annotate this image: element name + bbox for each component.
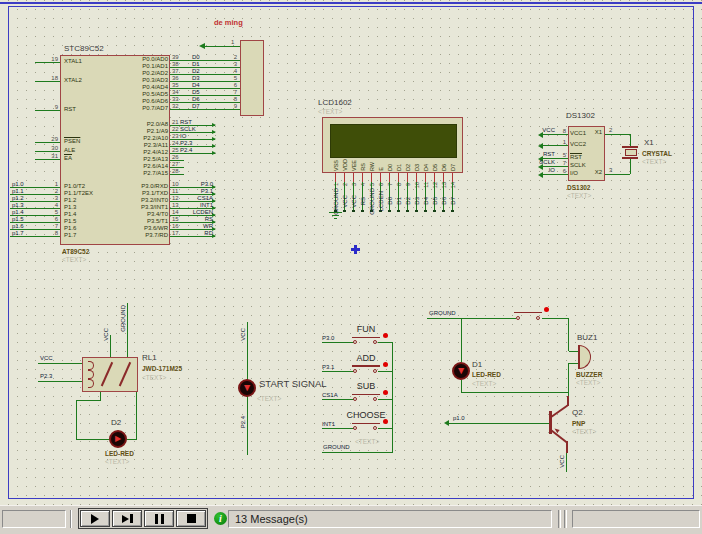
wire[interactable] <box>38 363 82 364</box>
wire[interactable] <box>322 428 354 429</box>
push-button-icon[interactable] <box>352 423 380 425</box>
wire[interactable] <box>170 236 215 237</box>
mcu-pin-row[interactable]: P3.7/RD 17 RD <box>60 234 275 241</box>
wire[interactable] <box>566 441 568 453</box>
lcd-pin-column[interactable]: 9 D2 <box>403 173 412 219</box>
header-connector-body[interactable] <box>240 40 264 116</box>
wire[interactable] <box>378 342 392 343</box>
lcd-pin-column[interactable]: 14 D7 <box>448 173 457 219</box>
wire[interactable] <box>35 142 60 143</box>
lcd-pin-column[interactable]: 7 D0 <box>385 173 394 219</box>
wire[interactable] <box>136 392 137 439</box>
led-d1[interactable]: ▶ <box>452 362 470 380</box>
lcd-pin-column[interactable]: 10 D3 <box>412 173 421 219</box>
info-icon[interactable]: i <box>214 512 227 525</box>
wire[interactable] <box>605 134 630 135</box>
ground-symbol <box>329 212 342 213</box>
push-button-icon[interactable] <box>352 365 380 367</box>
lcd-pin-column[interactable]: 5 GROUND <box>367 173 376 219</box>
pin-number: 3 <box>234 61 237 67</box>
wire[interactable] <box>322 399 354 400</box>
wire[interactable] <box>204 46 240 47</box>
lcd-pin-column[interactable]: 3 VCC <box>349 173 358 219</box>
wire[interactable] <box>542 318 568 319</box>
wire[interactable] <box>427 318 516 319</box>
rtc-pin-row[interactable]: IO6I/O <box>538 172 605 180</box>
wire[interactable] <box>378 399 392 400</box>
wire[interactable] <box>127 303 128 357</box>
push-button-icon[interactable] <box>352 394 380 396</box>
wire[interactable] <box>38 381 82 382</box>
led-d1-text-placeholder: <TEXT> <box>472 380 496 387</box>
lcd-pin-column[interactable]: 11 D4 <box>421 173 430 219</box>
connector-pin-row[interactable]: 9 <box>226 106 238 113</box>
wire[interactable] <box>461 318 462 362</box>
wire[interactable] <box>378 371 392 372</box>
wire[interactable] <box>568 318 569 351</box>
pin-label: P3.2/INT0 <box>141 197 168 203</box>
crystal-x1[interactable] <box>625 149 637 156</box>
wire[interactable] <box>322 452 392 453</box>
wire[interactable] <box>127 439 137 440</box>
net-label: SCLK <box>539 159 555 165</box>
net-label: LCDEN <box>376 186 385 216</box>
lcd-pin-column[interactable]: 8 D1 <box>394 173 403 219</box>
button-actuator-dot[interactable] <box>383 333 388 338</box>
pause-button[interactable] <box>144 510 174 527</box>
wire[interactable] <box>392 342 393 453</box>
wire[interactable] <box>542 166 568 167</box>
status-bar: i 13 Message(s) <box>0 505 702 534</box>
wire[interactable] <box>569 363 578 364</box>
pin-number: 18 <box>51 75 58 81</box>
mcu-pin-row[interactable]: P2.7/A15 28 <box>60 172 275 179</box>
lcd-pin-column[interactable]: 6 LCDEN <box>376 173 385 219</box>
wire[interactable] <box>605 174 630 175</box>
wire[interactable] <box>35 110 60 111</box>
wire[interactable] <box>567 396 569 406</box>
message-panel[interactable]: 13 Message(s) <box>228 510 552 528</box>
wire[interactable] <box>35 159 60 160</box>
wire[interactable] <box>566 453 567 472</box>
wire[interactable] <box>378 428 392 429</box>
header-connector-pins: 2 3 4 5 6 <box>226 57 238 113</box>
wire[interactable] <box>170 174 184 175</box>
lcd-pin-column[interactable]: 4 RS <box>358 173 367 219</box>
wire[interactable] <box>569 351 578 352</box>
wire[interactable] <box>630 159 631 174</box>
lcd-pin-column[interactable]: 13 D6 <box>439 173 448 219</box>
wire[interactable] <box>76 400 101 401</box>
stop-button[interactable] <box>176 510 206 527</box>
wire[interactable] <box>448 423 549 424</box>
net-label: D1 <box>394 186 403 216</box>
wire[interactable] <box>322 371 354 372</box>
wire[interactable] <box>35 62 60 63</box>
wire[interactable] <box>35 81 60 82</box>
button-label: ADD <box>344 353 388 363</box>
wire[interactable] <box>461 392 568 393</box>
wire[interactable] <box>322 342 354 343</box>
wire[interactable] <box>76 439 109 440</box>
wire[interactable] <box>10 236 60 237</box>
button-actuator-dot[interactable] <box>544 307 549 312</box>
wire[interactable] <box>110 335 111 357</box>
button-actuator-dot[interactable] <box>383 362 388 367</box>
step-button[interactable] <box>112 510 142 527</box>
wire[interactable] <box>542 134 568 135</box>
net-label: GROUND <box>367 186 376 216</box>
lcd-pin-column[interactable]: 12 D5 <box>430 173 439 219</box>
play-button[interactable] <box>80 510 110 527</box>
pin-label: I/O <box>570 170 578 176</box>
net-label: INT1 <box>172 202 213 208</box>
wire[interactable] <box>35 151 60 152</box>
wire[interactable] <box>542 174 568 175</box>
led-d2[interactable]: ▶ <box>109 430 127 448</box>
schematic-canvas[interactable]: STC89C52 AT89C52 <TEXT> 19 XTAL1 18 XTAL… <box>0 0 702 505</box>
push-button-icon[interactable] <box>352 337 380 339</box>
wire[interactable] <box>568 363 569 396</box>
lcd-pin-label: RW <box>367 157 376 171</box>
wire[interactable] <box>76 400 77 439</box>
push-button-icon[interactable] <box>514 312 542 314</box>
wire[interactable] <box>542 145 568 146</box>
wire[interactable] <box>630 134 631 146</box>
start-signal-led[interactable]: ▶ <box>238 379 256 397</box>
